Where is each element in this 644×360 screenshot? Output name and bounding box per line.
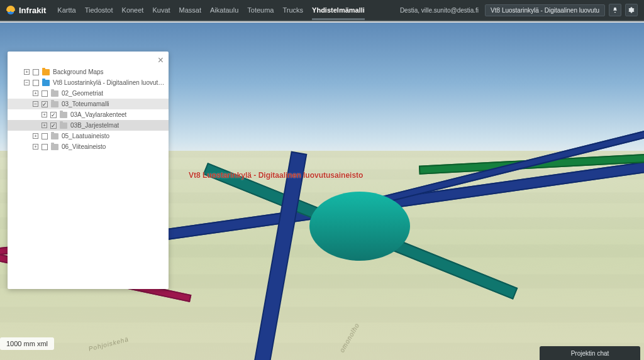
layer-checkbox[interactable] xyxy=(33,80,39,86)
folder-icon xyxy=(51,133,58,139)
nav-item-yhdistelmämalli[interactable]: Yhdistelmämalli xyxy=(312,0,365,20)
topbar: Infrakit KarttaTiedostotKoneetKuvatMassa… xyxy=(0,0,644,21)
layer-row[interactable]: +03B_Jarjestelmat xyxy=(8,120,169,131)
nav-item-aikataulu[interactable]: Aikataulu xyxy=(210,0,238,20)
brand-text: Infrakit xyxy=(19,6,46,15)
nav-item-toteuma[interactable]: Toteuma xyxy=(247,0,274,20)
close-icon[interactable]: × xyxy=(158,55,164,65)
status-text: 1000 mm xml xyxy=(0,337,54,350)
layer-label: 03_Toteumamalli xyxy=(62,101,109,107)
expander-icon[interactable]: + xyxy=(24,69,30,75)
expander-icon[interactable]: + xyxy=(33,144,38,150)
layer-row[interactable]: +02_Geometriat xyxy=(8,88,169,99)
layer-row[interactable]: +05_Laatuaineisto xyxy=(8,131,169,141)
expander-icon[interactable]: + xyxy=(42,123,47,128)
folder-icon xyxy=(51,144,58,150)
folder-icon xyxy=(51,101,58,107)
layer-row[interactable]: +06_Viiteaineisto xyxy=(8,141,169,152)
chat-label: Projektin chat xyxy=(571,350,609,357)
3d-viewport[interactable]: Vt8 Luostarinkylä - Digitaalinen luovutu… xyxy=(0,23,644,360)
layer-row[interactable]: +03A_Vaylarakenteet xyxy=(8,109,169,120)
nav-item-massat[interactable]: Massat xyxy=(179,0,201,20)
nav-item-tiedostot[interactable]: Tiedostot xyxy=(85,0,113,20)
gear-icon[interactable] xyxy=(625,4,638,16)
layer-checkbox[interactable] xyxy=(42,101,48,107)
layers-panel: × +Background Maps−Vt8 Luostarinkylä - D… xyxy=(8,52,169,289)
folder-icon xyxy=(42,80,50,86)
layer-tree: +Background Maps−Vt8 Luostarinkylä - Dig… xyxy=(8,67,169,152)
layer-label: 03B_Jarjestelmat xyxy=(70,122,119,129)
brand[interactable]: Infrakit xyxy=(6,6,46,15)
folder-icon xyxy=(60,112,67,118)
main-nav: KarttaTiedostotKoneetKuvatMassatAikataul… xyxy=(57,0,365,20)
layer-label: 05_Laatuaineisto xyxy=(62,133,109,139)
user-link[interactable]: Destia, ville.sunito@destia.fi xyxy=(400,7,479,14)
nav-item-koneet[interactable]: Koneet xyxy=(122,0,144,20)
layer-label: Background Maps xyxy=(53,68,104,75)
expander-icon[interactable]: + xyxy=(33,90,38,96)
layer-checkbox[interactable] xyxy=(33,69,39,75)
folder-icon xyxy=(60,123,67,129)
layer-checkbox[interactable] xyxy=(42,133,48,139)
interchange-loop xyxy=(309,192,410,261)
layer-label: 06_Viiteaineisto xyxy=(62,143,106,150)
layer-checkbox[interactable] xyxy=(50,123,57,129)
expander-icon[interactable]: + xyxy=(42,112,47,117)
nav-item-trucks[interactable]: Trucks xyxy=(283,0,304,20)
layer-row[interactable]: +Background Maps xyxy=(8,67,169,77)
folder-icon xyxy=(51,90,58,97)
layer-checkbox[interactable] xyxy=(42,144,48,150)
layer-label: 02_Geometriat xyxy=(62,90,103,97)
layer-checkbox[interactable] xyxy=(42,90,48,97)
expander-icon[interactable]: − xyxy=(24,80,30,85)
layer-row[interactable]: −03_Toteumamalli xyxy=(8,99,169,109)
expander-icon[interactable]: − xyxy=(33,101,38,107)
layer-row[interactable]: −Vt8 Luostarinkylä - Digitaalinen luovut… xyxy=(8,77,169,88)
nav-item-kuvat[interactable]: Kuvat xyxy=(152,0,170,20)
bell-icon[interactable] xyxy=(609,4,621,16)
layer-label: Vt8 Luostarinkylä - Digitaalinen luovutu… xyxy=(53,79,165,86)
scene-label: Vt8 Luostarinkylä - Digitaalinen luovutu… xyxy=(189,171,363,180)
folder-icon xyxy=(42,69,50,75)
layer-checkbox[interactable] xyxy=(50,112,57,118)
topbar-right: Destia, ville.sunito@destia.fi Vt8 Luost… xyxy=(400,4,638,16)
brand-logo-icon xyxy=(6,6,15,14)
expander-icon[interactable]: + xyxy=(33,133,38,139)
project-chat-bar[interactable]: Projektin chat xyxy=(540,346,640,360)
layer-label: 03A_Vaylarakenteet xyxy=(70,111,126,118)
project-select[interactable]: Vt8 Luostarinkylä - Digitaalinen luovutu xyxy=(485,4,605,16)
nav-item-kartta[interactable]: Kartta xyxy=(57,0,75,20)
